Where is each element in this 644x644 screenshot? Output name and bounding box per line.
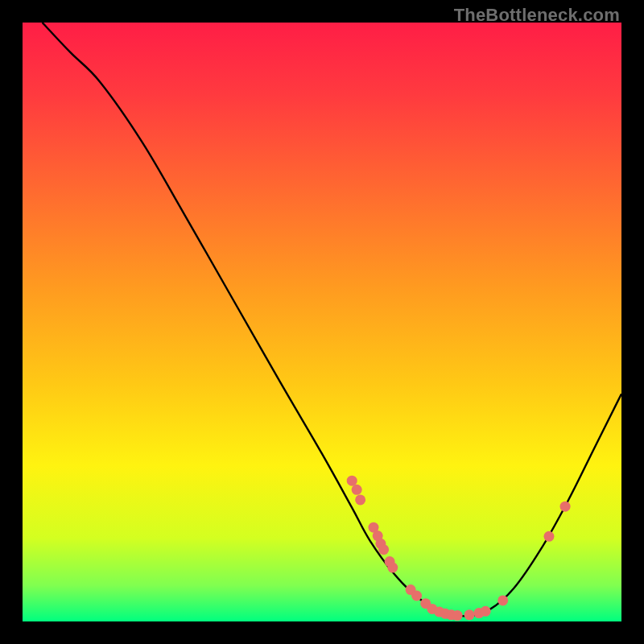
observation-dot [452,610,463,621]
chart-frame [23,23,621,621]
observation-dot [347,476,357,486]
observation-dot [411,591,422,601]
observation-dot [352,485,362,495]
gradient-background [23,23,621,621]
observation-dot [543,531,554,542]
observation-dot [497,595,508,605]
observation-dot [481,606,491,617]
bottleneck-chart [23,23,621,621]
observation-dot [378,544,389,555]
observation-dot [387,563,398,573]
observation-dot [560,502,571,512]
observation-dot [464,609,475,620]
observation-dot [355,494,365,505]
